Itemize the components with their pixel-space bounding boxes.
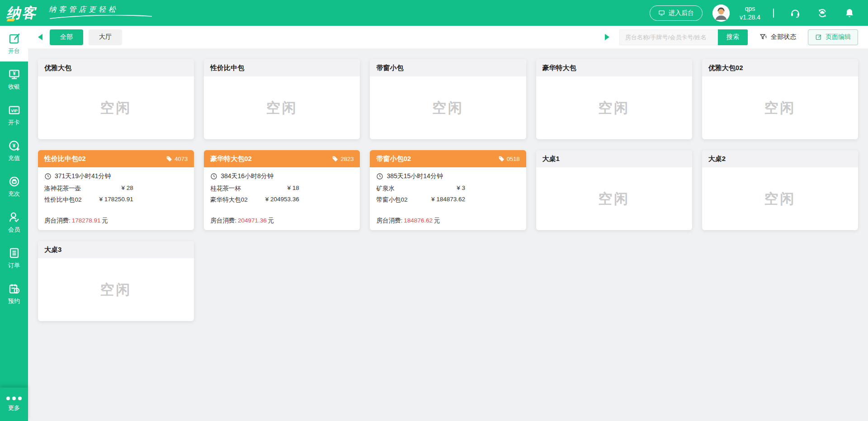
room-card[interactable]: 性价比中包024073371天19小时41分钟洛神花茶一壶¥ 28性价比中包02… <box>38 150 194 230</box>
room-card[interactable]: 性价比中包空闲 <box>204 59 360 139</box>
search-input[interactable] <box>619 29 718 45</box>
tab-list: 全部大厅 <box>50 29 122 45</box>
room-card-body: 空闲 <box>38 76 194 139</box>
sidebar-item-label: 预约 <box>8 297 20 305</box>
sidebar-item-more[interactable]: 更多 <box>0 388 28 421</box>
filter-funnel-icon <box>760 33 768 41</box>
customer-service-icon[interactable] <box>790 8 801 19</box>
room-grid: 优雅大包空闲性价比中包空闲带窗小包空闲豪华特大包空闲优雅大包02空闲性价比中包0… <box>38 59 858 321</box>
room-card[interactable]: 豪华特大包022823384天16小时8分钟桂花茶一杯¥ 18豪华特大包02¥ … <box>204 150 360 230</box>
toolbar: 全部大厅 搜索 全部状态 页面编辑 <box>28 26 868 49</box>
idle-status-label: 空闲 <box>100 280 132 299</box>
room-card-header: 带窗小包 <box>370 59 526 76</box>
hand-tag-number: 2823 <box>340 156 354 162</box>
tab-all[interactable]: 全部 <box>50 29 83 45</box>
hand-tag-badge: 2823 <box>332 156 354 162</box>
room-card[interactable]: 豪华特大包空闲 <box>536 59 692 139</box>
room-total-row: 房台消费:184876.62元 <box>376 217 519 225</box>
room-name: 性价比中包 <box>210 64 244 72</box>
idle-status-label: 空闲 <box>432 99 464 118</box>
avatar-person-icon <box>712 5 730 22</box>
room-card[interactable]: 优雅大包空闲 <box>38 59 194 139</box>
room-name: 大桌2 <box>708 155 726 163</box>
room-card-header: 大桌1 <box>536 150 692 167</box>
sidebar-item-label: 充值 <box>8 154 20 162</box>
hand-tag-badge: 4073 <box>166 156 188 162</box>
user-info[interactable]: qps v1.28.4 <box>740 5 760 22</box>
sidebar-item-member[interactable]: 会员 <box>0 204 28 240</box>
room-card-body: 空闲 <box>536 167 692 230</box>
sidebar-item-recharge[interactable]: ¥充值 <box>0 133 28 169</box>
total-label: 房台消费: <box>210 217 236 224</box>
consume-item-amount: ¥ 184873.62 <box>431 196 465 204</box>
duration-text: 385天15小时14分钟 <box>387 172 443 180</box>
consume-item-row: 桂花茶一杯¥ 18 <box>210 184 299 193</box>
reservation-icon <box>8 283 20 295</box>
room-card-body: 371天19小时41分钟洛神花茶一壶¥ 28性价比中包02¥ 178250.91… <box>38 167 194 230</box>
idle-status-label: 空闲 <box>764 189 796 208</box>
sidebar-item-cashier[interactable]: ¥收银 <box>0 61 28 97</box>
sidebar-item-label: 充次 <box>8 190 20 198</box>
page-edit-button[interactable]: 页面编辑 <box>808 29 858 45</box>
room-card-body: 空闲 <box>204 76 360 139</box>
consume-item-name: 性价比中包02 <box>44 196 82 204</box>
app-version: v1.28.4 <box>740 13 760 22</box>
sidebar-item-recharge-times[interactable]: 充次 <box>0 169 28 204</box>
search-button[interactable]: 搜索 <box>718 29 748 45</box>
topbar-divider <box>773 9 774 18</box>
room-card-body: 385天15小时14分钟矿泉水¥ 3带窗小包02¥ 184873.62房台消费:… <box>370 167 526 230</box>
tabs-scroll-left-icon[interactable] <box>38 34 42 40</box>
slogan-underline <box>49 15 153 19</box>
room-name: 豪华特大包 <box>542 64 576 72</box>
room-card[interactable]: 带窗小包空闲 <box>370 59 526 139</box>
consume-item-name: 带窗小包02 <box>376 196 407 204</box>
consume-item-name: 矿泉水 <box>376 184 395 193</box>
sidebar-item-open-table[interactable]: 开台 <box>0 26 28 61</box>
slogan-wrap: 纳客管店更轻松 <box>49 1 153 19</box>
sidebar-item-vip-card[interactable]: VIP开卡 <box>0 97 28 133</box>
total-amount: 204971.36 <box>236 217 268 224</box>
room-card[interactable]: 大桌2空闲 <box>702 150 858 230</box>
avatar[interactable] <box>712 5 730 22</box>
room-card-body: 空闲 <box>702 167 858 230</box>
status-filter-label: 全部状态 <box>771 33 796 41</box>
sync-icon[interactable] <box>817 8 828 19</box>
tabs-scroll-right-icon[interactable] <box>605 34 609 40</box>
sidebar-item-label: 开卡 <box>8 118 20 127</box>
room-card-header: 豪华特大包 <box>536 59 692 76</box>
logo-accent <box>6 19 15 21</box>
status-filter[interactable]: 全部状态 <box>760 33 796 41</box>
enter-backend-button[interactable]: 进入后台 <box>650 5 703 21</box>
username: qps <box>740 5 760 13</box>
consume-item-amount: ¥ 178250.91 <box>99 196 133 204</box>
room-card[interactable]: 大桌3空闲 <box>38 241 194 321</box>
idle-status-label: 空闲 <box>764 99 796 118</box>
consume-item-row: 豪华特大包02¥ 204953.36 <box>210 196 299 204</box>
room-card-header: 大桌3 <box>38 241 194 258</box>
consume-item-name: 豪华特大包02 <box>210 196 248 204</box>
sidebar-item-label: 开台 <box>8 47 20 55</box>
consume-item-amount: ¥ 3 <box>457 184 465 193</box>
more-dots-icon <box>6 397 22 400</box>
room-name: 优雅大包 <box>44 64 71 72</box>
total-amount: 184876.62 <box>402 217 434 224</box>
bell-icon[interactable] <box>844 8 855 19</box>
clock-icon <box>376 173 383 180</box>
sidebar-item-reservation[interactable]: 预约 <box>0 276 28 312</box>
room-name: 大桌1 <box>542 155 560 163</box>
duration-text: 371天19小时41分钟 <box>55 172 111 180</box>
cashier-icon: ¥ <box>8 68 20 80</box>
room-card[interactable]: 大桌1空闲 <box>536 150 692 230</box>
svg-text:¥: ¥ <box>12 143 15 148</box>
hand-tag-number: 4073 <box>175 156 188 162</box>
total-unit: 元 <box>102 217 108 224</box>
tag-icon <box>498 156 505 162</box>
consume-item-name: 洛神花茶一壶 <box>44 184 81 193</box>
room-card[interactable]: 带窗小包020518385天15小时14分钟矿泉水¥ 3带窗小包02¥ 1848… <box>370 150 526 230</box>
duration-row: 385天15小时14分钟 <box>376 172 519 180</box>
sidebar-item-order[interactable]: 订单 <box>0 240 28 276</box>
search-group: 搜索 <box>619 29 748 45</box>
tag-icon <box>332 156 338 162</box>
room-card[interactable]: 优雅大包02空闲 <box>702 59 858 139</box>
tab-hall[interactable]: 大厅 <box>89 29 122 45</box>
